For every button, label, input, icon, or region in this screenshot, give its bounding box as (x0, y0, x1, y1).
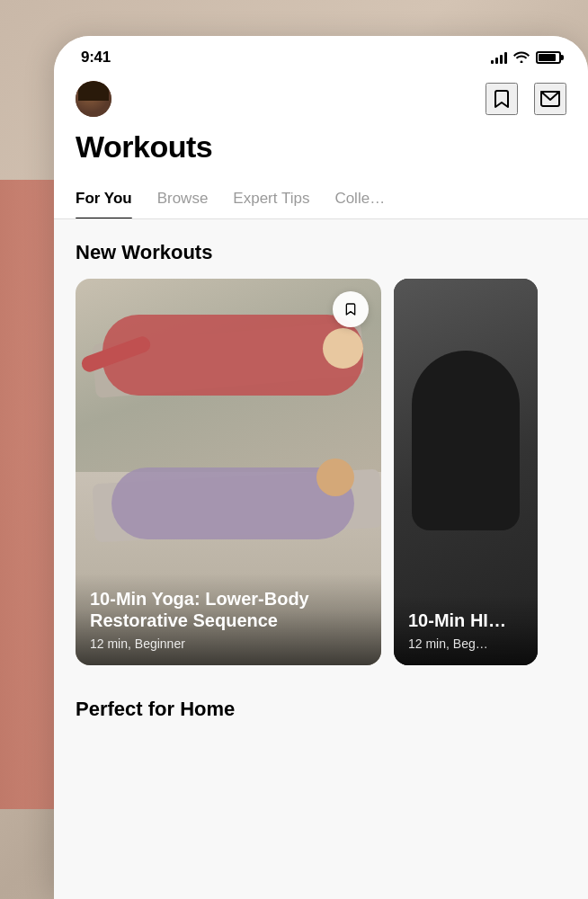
avatar[interactable] (76, 81, 111, 117)
yoga-person-1-head (323, 328, 363, 369)
perfect-for-home-title: Perfect for Home (54, 698, 588, 735)
status-icons (491, 50, 561, 66)
hiit-card-title: 10-Min HI… (408, 610, 523, 631)
tab-browse[interactable]: Browse (157, 179, 209, 218)
status-bar: 9:41 (54, 36, 588, 74)
tab-expert-tips[interactable]: Expert Tips (233, 179, 309, 218)
hiit-person (412, 351, 520, 530)
hiit-card-overlay: 10-Min HI… 12 min, Beg… (394, 595, 538, 665)
yoga-card-meta: 12 min, Beginner (90, 636, 367, 651)
mail-button[interactable] (534, 83, 566, 115)
yoga-card-title: 10-Min Yoga: Lower-Body Restorative Sequ… (90, 588, 367, 631)
bookmark-icon (491, 88, 512, 110)
battery-icon (536, 51, 561, 64)
new-workouts-title: New Workouts (54, 241, 588, 279)
signal-icon (491, 51, 507, 64)
status-time: 9:41 (81, 49, 111, 67)
tab-for-you[interactable]: For You (76, 179, 132, 218)
app-header (54, 74, 588, 126)
yoga-person-2-head (316, 458, 354, 496)
tabs-container: For You Browse Expert Tips Colle… (54, 179, 588, 219)
page-title-section: Workouts (54, 126, 588, 179)
workout-card-hiit[interactable]: 10-Min HI… 12 min, Beg… (394, 279, 538, 665)
hiit-card-meta: 12 min, Beg… (408, 636, 523, 651)
perfect-for-home-section: Perfect for Home (54, 680, 588, 762)
workout-cards-scroll[interactable]: 10-Min Yoga: Lower-Body Restorative Sequ… (54, 279, 588, 665)
tab-collections[interactable]: Colle… (334, 179, 385, 218)
new-workouts-section: New Workouts (54, 219, 588, 680)
page-title: Workouts (76, 129, 566, 165)
content-area: New Workouts (54, 219, 588, 899)
mail-icon (539, 88, 561, 110)
workout-card-yoga[interactable]: 10-Min Yoga: Lower-Body Restorative Sequ… (76, 279, 381, 665)
wifi-icon (513, 50, 530, 66)
bookmark-button[interactable] (486, 83, 518, 115)
card-bookmark-button-yoga[interactable] (333, 291, 369, 327)
header-actions (486, 83, 566, 115)
yoga-card-overlay: 10-Min Yoga: Lower-Body Restorative Sequ… (76, 574, 381, 665)
phone-card: 9:41 (54, 36, 588, 899)
